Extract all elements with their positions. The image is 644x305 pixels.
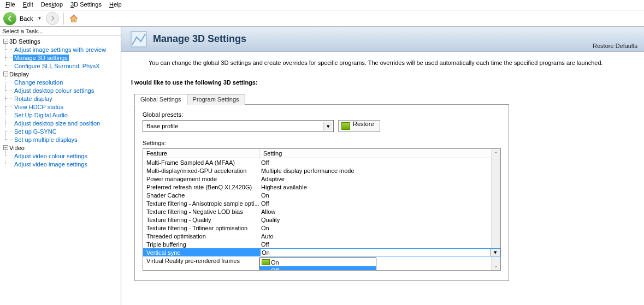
- settings-value: Allow: [260, 208, 500, 215]
- settings-row[interactable]: Shader CacheOn: [143, 191, 500, 199]
- tree-item[interactable]: Adjust desktop colour settings: [9, 86, 121, 94]
- tree-group-label: 3D Settings: [9, 38, 40, 45]
- tab[interactable]: Global Settings: [134, 94, 187, 105]
- tree-item[interactable]: Adjust video image settings: [9, 160, 121, 168]
- settings-value: Highest available: [260, 184, 500, 190]
- settings-row[interactable]: Power management modeAdaptive: [143, 175, 500, 183]
- settings-value: Auto: [260, 233, 500, 240]
- tree-item[interactable]: Manage 3D settings: [9, 53, 121, 62]
- tree-group[interactable]: −3D Settings: [2, 37, 121, 45]
- col-feature[interactable]: Feature: [143, 149, 260, 158]
- tree-item[interactable]: Rotate display: [9, 94, 121, 103]
- tree-item-label[interactable]: Adjust video colour settings: [13, 153, 88, 159]
- main-panel: Manage 3D Settings Restore Defaults You …: [121, 27, 644, 305]
- settings-row[interactable]: Vertical syncOn▾: [143, 248, 500, 256]
- settings-feature: Vertical sync: [143, 249, 260, 256]
- settings-row[interactable]: Texture filtering - Anisotropic sample o…: [143, 199, 500, 207]
- global-presets-select[interactable]: Base profile ▾: [143, 120, 334, 132]
- tree-item-label[interactable]: View HDCP status: [13, 104, 64, 110]
- tree-item-label[interactable]: Configure SLI, Surround, PhysX: [13, 63, 101, 69]
- tree-group[interactable]: −Video: [2, 143, 121, 152]
- tree-item-label[interactable]: Adjust image settings with preview: [13, 46, 107, 53]
- panel-body: Global presets: Base profile ▾ Restore S…: [134, 105, 509, 281]
- settings-feature: Multi-display/mixed-GPU acceleration: [143, 168, 260, 174]
- home-button[interactable]: [68, 13, 79, 24]
- sidebar-header: Select a Task...: [0, 27, 121, 36]
- settings-value[interactable]: On▾: [260, 248, 500, 256]
- tree-toggle-icon[interactable]: −: [3, 71, 8, 76]
- dropdown-option[interactable]: On: [260, 258, 376, 266]
- settings-row[interactable]: Texture filtering - QualityQuality: [143, 216, 500, 224]
- dropdown-option[interactable]: Off: [260, 266, 376, 271]
- settings-feature: Shader Cache: [143, 192, 260, 199]
- tree-item-label[interactable]: Adjust video image settings: [13, 161, 88, 168]
- tree-item[interactable]: View HDCP status: [9, 103, 121, 111]
- settings-row[interactable]: Triple bufferingOff: [143, 240, 500, 248]
- settings-value: On: [260, 225, 500, 231]
- tree-item[interactable]: Adjust image settings with preview: [9, 45, 121, 53]
- page-title: Manage 3D Settings: [153, 33, 246, 45]
- col-setting[interactable]: Setting: [260, 149, 500, 158]
- tree-group[interactable]: −Display: [2, 70, 121, 78]
- settings-header: Feature Setting: [143, 149, 500, 158]
- settings-feature: Virtual Reality pre-rendered frames: [143, 258, 260, 264]
- titlebar: Manage 3D Settings Restore Defaults: [121, 27, 644, 52]
- tree-toggle-icon[interactable]: −: [3, 145, 8, 150]
- settings-feature: Power management mode: [143, 176, 260, 182]
- tree-item-label[interactable]: Adjust desktop size and position: [13, 120, 101, 127]
- chevron-down-icon[interactable]: ▾: [491, 249, 500, 256]
- task-tree: −3D SettingsAdjust image settings with p…: [0, 36, 121, 170]
- tree-item-label[interactable]: Change resolution: [13, 79, 64, 86]
- title-icon: [129, 29, 149, 49]
- back-dropdown-caret[interactable]: ▼: [36, 16, 43, 21]
- tree-item-label[interactable]: Set Up Digital Audio: [13, 112, 69, 118]
- menu-file[interactable]: File: [2, 1, 19, 9]
- settings-row[interactable]: Preferred refresh rate (BenQ XL2420G)Hig…: [143, 183, 500, 191]
- tab[interactable]: Program Settings: [187, 94, 245, 105]
- tree-item[interactable]: Adjust video colour settings: [9, 152, 121, 160]
- tree-item-label[interactable]: Set up multiple displays: [13, 136, 79, 143]
- arrow-left-icon: [6, 15, 14, 22]
- tree-item-label[interactable]: Adjust desktop colour settings: [13, 87, 95, 94]
- nvidia-icon: [262, 259, 270, 265]
- settings-feature: Texture filtering - Anisotropic sample o…: [143, 200, 260, 207]
- scroll-up-icon[interactable]: ⌃: [492, 149, 500, 158]
- settings-value: Off: [260, 200, 500, 207]
- menu-edit[interactable]: Edit: [20, 1, 37, 9]
- toolbar: Back ▼: [0, 10, 644, 27]
- tree-item-label[interactable]: Rotate display: [13, 95, 54, 102]
- tree-item-label[interactable]: Manage 3D settings: [13, 55, 69, 61]
- home-icon: [69, 14, 79, 23]
- chevron-down-icon: ▾: [323, 122, 332, 130]
- page-description: You can change the global 3D settings an…: [121, 52, 644, 70]
- tree-item[interactable]: Configure SLI, Surround, PhysX: [9, 62, 121, 70]
- tree-group-label: Display: [9, 71, 29, 77]
- menu-desktop[interactable]: Desktop: [38, 1, 66, 9]
- tree-item[interactable]: Set up multiple displays: [9, 135, 121, 143]
- settings-list: ⌃ ⌄ Feature Setting Multi-Frame Sampled …: [143, 148, 501, 271]
- tree-item[interactable]: Change resolution: [9, 78, 121, 86]
- back-label: Back: [20, 15, 33, 22]
- tree-item[interactable]: Adjust desktop size and position: [9, 119, 121, 127]
- settings-row[interactable]: Multi-Frame Sampled AA (MFAA)Off: [143, 158, 500, 166]
- settings-feature: Multi-Frame Sampled AA (MFAA): [143, 159, 260, 166]
- tree-item[interactable]: Set up G-SYNC: [9, 127, 121, 135]
- forward-button[interactable]: [46, 12, 59, 25]
- sidebar: Select a Task... −3D SettingsAdjust imag…: [0, 27, 121, 305]
- settings-row[interactable]: Multi-display/mixed-GPU accelerationMult…: [143, 166, 500, 175]
- tree-item-label[interactable]: Set up G-SYNC: [13, 128, 58, 135]
- restore-preset-button[interactable]: Restore: [338, 120, 380, 132]
- settings-value: Quality: [260, 217, 500, 223]
- tree-item[interactable]: Set Up Digital Audio: [9, 111, 121, 119]
- settings-value: Off: [260, 241, 500, 248]
- settings-row[interactable]: Texture filtering - Negative LOD biasAll…: [143, 207, 500, 216]
- menu-help[interactable]: Help: [106, 1, 125, 9]
- restore-defaults-link[interactable]: Restore Defaults: [593, 43, 637, 49]
- menu-3d-settings[interactable]: 3D Settings: [67, 1, 105, 9]
- tree-toggle-icon[interactable]: −: [3, 39, 8, 44]
- settings-row[interactable]: Texture filtering - Trilinear optimisati…: [143, 224, 500, 232]
- vsync-dropdown[interactable]: OnOff: [259, 258, 376, 271]
- back-button[interactable]: [3, 12, 16, 25]
- scroll-down-icon[interactable]: ⌄: [492, 261, 500, 270]
- settings-row[interactable]: Threaded optimisationAuto: [143, 232, 500, 240]
